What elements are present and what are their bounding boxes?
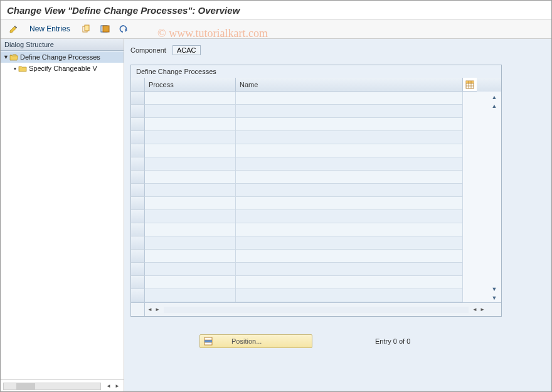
cell-name[interactable] (236, 184, 463, 197)
table-row[interactable] (131, 250, 487, 263)
cell-name[interactable] (236, 105, 463, 118)
table-row[interactable] (131, 105, 487, 118)
row-selector[interactable] (131, 289, 145, 302)
cell-process[interactable] (145, 171, 236, 184)
table-row[interactable] (131, 184, 487, 197)
row-selector[interactable] (131, 197, 145, 210)
column-header-name[interactable]: Name (236, 78, 463, 92)
cell-name[interactable] (236, 171, 463, 184)
cell-name[interactable] (236, 276, 463, 289)
table-row[interactable] (131, 289, 487, 302)
grid-hscroll[interactable]: ◄ ► ◄ ► (145, 306, 487, 314)
table-row[interactable] (131, 210, 487, 223)
table-row[interactable] (131, 92, 487, 105)
row-selector[interactable] (131, 223, 145, 236)
cell-process[interactable] (145, 131, 236, 144)
sidebar: Dialog Structure ▼ Define Change Process… (1, 39, 124, 392)
grid-scroll-left2-icon[interactable]: ◄ (471, 306, 479, 314)
column-header-process[interactable]: Process (145, 78, 236, 92)
component-value[interactable]: ACAC (172, 45, 201, 55)
table-row[interactable] (131, 197, 487, 210)
cell-name[interactable] (236, 197, 463, 210)
cell-process[interactable] (145, 105, 236, 118)
cell-process[interactable] (145, 250, 236, 263)
cell-process[interactable] (145, 276, 236, 289)
row-selector[interactable] (131, 184, 145, 197)
row-selector[interactable] (131, 118, 145, 131)
tree-node-define-change-processes[interactable]: ▼ Define Change Processes (1, 51, 124, 63)
row-selector[interactable] (131, 250, 145, 263)
copy-icon[interactable] (78, 22, 94, 36)
cell-process[interactable] (145, 184, 236, 197)
row-selector[interactable] (131, 210, 145, 223)
cell-process[interactable] (145, 236, 236, 250)
table-row[interactable] (131, 276, 487, 289)
table-row[interactable] (131, 223, 487, 236)
cell-process[interactable] (145, 197, 236, 210)
grid-rows (131, 92, 487, 302)
cell-process[interactable] (145, 157, 236, 171)
table-settings-icon[interactable] (463, 78, 477, 92)
table-row[interactable] (131, 236, 487, 250)
cell-name[interactable] (236, 144, 463, 157)
cell-name[interactable] (236, 223, 463, 236)
row-selector[interactable] (131, 171, 145, 184)
cell-name[interactable] (236, 92, 463, 105)
table-row[interactable] (131, 263, 487, 276)
scroll-down-icon[interactable]: ▼ (490, 294, 499, 302)
row-selector[interactable] (131, 276, 145, 289)
sidebar-scrollbar[interactable]: ◄ ► (1, 379, 124, 392)
cell-name[interactable] (236, 157, 463, 171)
row-selector[interactable] (131, 263, 145, 276)
cell-process[interactable] (145, 210, 236, 223)
grid-scroll-right-icon[interactable]: ► (154, 306, 161, 314)
row-selector[interactable] (131, 144, 145, 157)
table-row[interactable] (131, 131, 487, 144)
hscroll-track[interactable] (3, 383, 101, 390)
cell-process[interactable] (145, 92, 236, 105)
cell-name[interactable] (236, 263, 463, 276)
tree-node-specify-changeable[interactable]: • Specify Changeable V (1, 63, 124, 74)
cell-name[interactable] (236, 250, 463, 263)
position-button[interactable]: Position... (199, 334, 312, 348)
scroll-up2-icon[interactable]: ▲ (490, 102, 499, 110)
delete-icon[interactable] (97, 22, 113, 36)
grid-scroll-right2-icon[interactable]: ► (479, 306, 486, 314)
entry-counter: Entry 0 of 0 (375, 337, 410, 345)
scroll-right-icon[interactable]: ► (114, 383, 121, 390)
undo-icon[interactable] (115, 22, 132, 36)
grid-scroll-left-icon[interactable]: ◄ (146, 306, 154, 314)
row-selector[interactable] (131, 105, 145, 118)
cell-process[interactable] (145, 144, 236, 157)
cell-process[interactable] (145, 223, 236, 236)
select-all-header[interactable] (131, 78, 145, 92)
cell-process[interactable] (145, 289, 236, 302)
cell-name[interactable] (236, 131, 463, 144)
scroll-up-icon[interactable]: ▲ (490, 93, 499, 102)
cell-name[interactable] (236, 210, 463, 223)
page-title: Change View "Define Change Processes": O… (1, 1, 551, 19)
grid-hscroll-track[interactable] (164, 307, 469, 313)
scroll-left-icon[interactable]: ◄ (105, 383, 112, 390)
edit-icon[interactable] (6, 22, 22, 36)
cell-process[interactable] (145, 118, 236, 131)
row-selector[interactable] (131, 92, 145, 105)
cell-process[interactable] (145, 263, 236, 276)
scroll-down2-icon[interactable]: ▼ (490, 285, 499, 294)
grid-footer: ◄ ► ◄ ► (131, 302, 501, 316)
table-row[interactable] (131, 171, 487, 184)
table-row[interactable] (131, 118, 487, 131)
row-selector[interactable] (131, 131, 145, 144)
cell-name[interactable] (236, 118, 463, 131)
content-area: Component ACAC Define Change Processes P… (124, 39, 551, 392)
table-row[interactable] (131, 157, 487, 171)
cell-name[interactable] (236, 236, 463, 250)
new-entries-button[interactable]: New Entries (24, 24, 75, 33)
table-row[interactable] (131, 144, 487, 157)
hscroll-thumb[interactable] (16, 383, 35, 389)
expand-arrow-icon[interactable]: ▼ (3, 54, 9, 60)
cell-name[interactable] (236, 289, 463, 302)
row-selector[interactable] (131, 157, 145, 171)
row-selector[interactable] (131, 236, 145, 250)
vertical-scrollbar[interactable]: ▲ ▲ ▼ ▼ (487, 92, 501, 302)
